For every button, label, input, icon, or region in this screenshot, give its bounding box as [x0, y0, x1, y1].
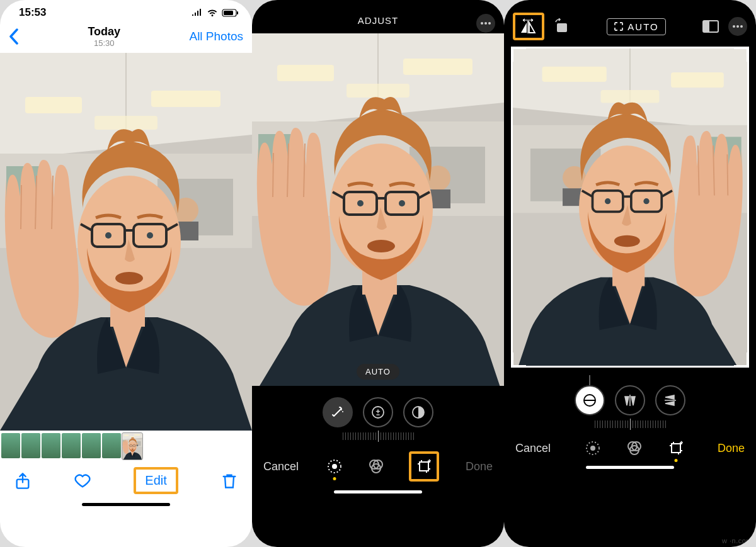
- svg-point-31: [341, 409, 342, 410]
- nav-title: Today: [88, 25, 120, 38]
- status-icons: [192, 9, 239, 17]
- auto-pill[interactable]: AUTO: [357, 364, 399, 380]
- bottom-toolbar: Edit: [0, 458, 252, 494]
- cancel-button[interactable]: Cancel: [263, 460, 299, 473]
- svg-point-47: [740, 25, 743, 28]
- svg-rect-41: [420, 462, 428, 471]
- thumbnail-strip[interactable]: [0, 431, 252, 458]
- svg-rect-26: [237, 11, 238, 14]
- auto-crop-icon: [614, 21, 624, 31]
- flip-horizontal-button[interactable]: [519, 18, 538, 35]
- photo-main[interactable]: [0, 53, 252, 431]
- crop-handle-tr[interactable]: [734, 47, 749, 62]
- thumbnail[interactable]: [21, 433, 40, 458]
- nav-subtitle: 15:30: [88, 38, 120, 48]
- ellipsis-icon: [732, 25, 743, 28]
- svg-point-51: [590, 446, 595, 451]
- adjust-mode-button[interactable]: [584, 439, 602, 457]
- edit-button[interactable]: Edit: [134, 467, 178, 494]
- edit-mode-row: [326, 451, 439, 482]
- share-button[interactable]: [14, 472, 32, 490]
- aspect-ratio-icon: [702, 20, 719, 33]
- svg-point-32: [339, 407, 340, 408]
- svg-point-30: [488, 22, 491, 25]
- svg-point-33: [342, 411, 343, 412]
- watermark: w ·n.com: [722, 537, 752, 544]
- filters-mode-button[interactable]: [367, 458, 385, 475]
- aspect-ratio-button[interactable]: [702, 20, 719, 33]
- magic-wand-button[interactable]: [323, 397, 353, 427]
- home-indicator[interactable]: [82, 503, 170, 506]
- vertical-perspective-button[interactable]: [615, 385, 645, 415]
- cellular-icon: [192, 9, 203, 16]
- favorite-button[interactable]: [74, 472, 91, 490]
- thumbnail[interactable]: [1, 433, 20, 458]
- more-button[interactable]: [728, 17, 747, 36]
- crop-mode-button[interactable]: [415, 458, 433, 475]
- crop-tools-row: [504, 368, 756, 419]
- back-button[interactable]: [9, 28, 19, 45]
- rotate-slider[interactable]: [504, 419, 756, 433]
- svg-point-29: [484, 22, 487, 25]
- nav-title-group: Today 15:30: [88, 25, 120, 48]
- adjust-slider[interactable]: [252, 431, 504, 445]
- svg-point-45: [733, 25, 735, 28]
- wand-icon: [330, 405, 345, 420]
- flip-highlight: [513, 13, 544, 40]
- straighten-icon: [582, 393, 597, 408]
- crop-handle-bl[interactable]: [511, 352, 526, 368]
- exposure-button[interactable]: [363, 397, 393, 427]
- crop-top-bar: AUTO: [504, 0, 756, 47]
- svg-point-46: [736, 25, 739, 28]
- contrast-icon: [411, 405, 426, 420]
- photos-viewer-panel: 15:53 Today 15:30 All Photos: [0, 0, 252, 547]
- done-button[interactable]: Done: [718, 442, 745, 455]
- adjust-label: ADJUST: [358, 15, 398, 26]
- svg-point-37: [332, 464, 337, 469]
- status-time: 15:53: [19, 6, 46, 19]
- horizontal-perspective-icon: [663, 393, 678, 408]
- done-button[interactable]: Done: [466, 460, 493, 473]
- thumbnail-selected[interactable]: [122, 433, 142, 460]
- svg-rect-44: [703, 21, 709, 32]
- straighten-button[interactable]: [575, 385, 605, 415]
- crop-auto-button[interactable]: AUTO: [607, 18, 665, 35]
- more-button[interactable]: [476, 14, 495, 33]
- contrast-button[interactable]: [403, 397, 433, 427]
- thumbnail[interactable]: [82, 433, 101, 458]
- edit-top-bar: ADJUST: [252, 0, 504, 33]
- home-indicator[interactable]: [586, 466, 674, 469]
- thumbnail[interactable]: [62, 433, 81, 458]
- adjust-mode-button[interactable]: [326, 458, 343, 475]
- crop-mode-highlight: [409, 451, 439, 482]
- edit-crop-panel: AUTO Cancel: [504, 0, 756, 547]
- edit-adjust-panel: ADJUST AUTO Cancel: [252, 0, 504, 547]
- crop-canvas[interactable]: [511, 47, 749, 368]
- thumbnail[interactable]: [42, 433, 60, 458]
- photo-edit-canvas[interactable]: AUTO: [252, 33, 504, 386]
- crop-handle-tl[interactable]: [511, 47, 526, 62]
- filters-icon: [626, 439, 643, 457]
- cancel-button[interactable]: Cancel: [515, 442, 551, 455]
- filters-mode-button[interactable]: [626, 439, 643, 457]
- adjust-tools-row: [252, 386, 504, 431]
- edit-bottom-bar: Cancel Done: [504, 433, 756, 457]
- status-bar: 15:53: [0, 0, 252, 21]
- rotate-button[interactable]: [553, 18, 571, 35]
- adjust-dial-icon: [584, 439, 602, 457]
- crop-mode-button[interactable]: [667, 439, 685, 457]
- home-indicator[interactable]: [334, 490, 422, 493]
- rotate-icon: [553, 18, 571, 35]
- svg-rect-55: [672, 444, 680, 453]
- crop-icon: [667, 439, 685, 457]
- delete-button[interactable]: [220, 472, 238, 490]
- svg-rect-25: [224, 11, 233, 15]
- crop-handle-br[interactable]: [734, 352, 749, 368]
- thumbnail[interactable]: [102, 433, 121, 458]
- adjust-dial-icon: [326, 458, 343, 475]
- crop-icon: [415, 458, 433, 475]
- horizontal-perspective-button[interactable]: [655, 385, 685, 415]
- plus-minus-icon: [370, 405, 386, 420]
- all-photos-button[interactable]: All Photos: [189, 30, 243, 43]
- vertical-perspective-icon: [622, 393, 638, 408]
